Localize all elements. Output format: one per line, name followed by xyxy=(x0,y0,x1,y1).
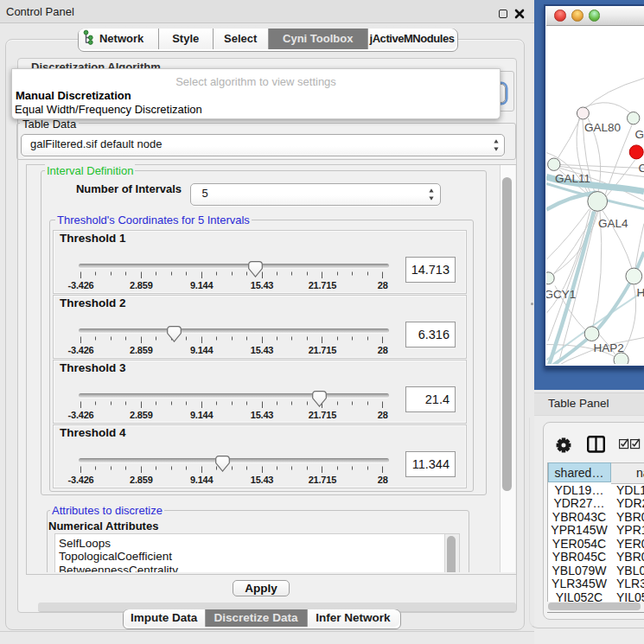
svg-text:HAP2: HAP2 xyxy=(594,341,624,354)
svg-text:GAL4: GAL4 xyxy=(598,216,628,229)
svg-text:GCY1: GCY1 xyxy=(546,288,576,301)
svg-text:GAL80: GAL80 xyxy=(584,121,621,134)
svg-text:H: H xyxy=(637,286,644,299)
svg-text:C: C xyxy=(639,162,644,175)
svg-text:GA: GA xyxy=(635,127,644,140)
svg-text:GAL11: GAL11 xyxy=(555,171,590,184)
